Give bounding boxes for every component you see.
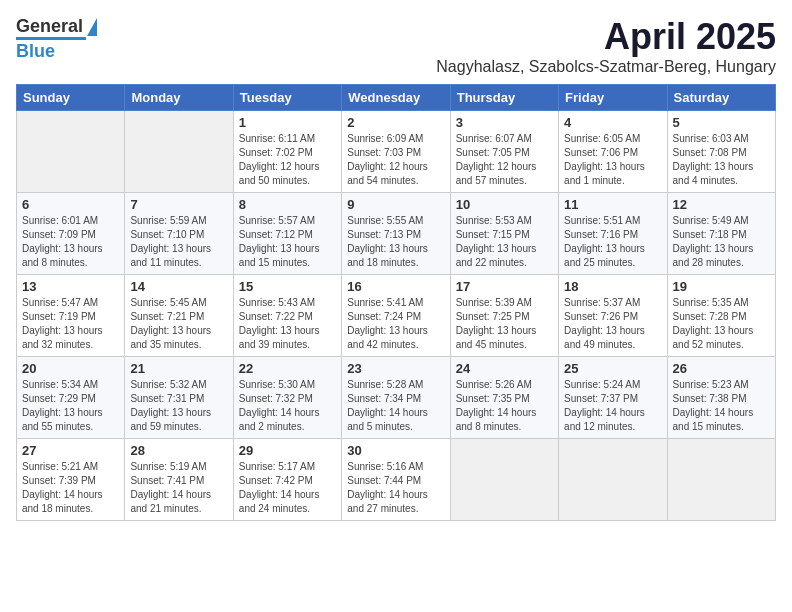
day-info: Sunrise: 5:32 AMSunset: 7:31 PMDaylight:… <box>130 378 227 434</box>
day-info: Sunrise: 6:01 AMSunset: 7:09 PMDaylight:… <box>22 214 119 270</box>
logo-text-blue: Blue <box>16 41 55 62</box>
logo-triangle-icon <box>87 18 97 36</box>
table-row <box>17 111 125 193</box>
header-wednesday: Wednesday <box>342 85 450 111</box>
day-info: Sunrise: 5:35 AMSunset: 7:28 PMDaylight:… <box>673 296 770 352</box>
calendar-table: Sunday Monday Tuesday Wednesday Thursday… <box>16 84 776 521</box>
day-number: 22 <box>239 361 336 376</box>
day-number: 5 <box>673 115 770 130</box>
calendar-week-row: 13Sunrise: 5:47 AMSunset: 7:19 PMDayligh… <box>17 275 776 357</box>
day-number: 12 <box>673 197 770 212</box>
table-row: 9Sunrise: 5:55 AMSunset: 7:13 PMDaylight… <box>342 193 450 275</box>
header-sunday: Sunday <box>17 85 125 111</box>
logo-text-general: General <box>16 16 83 37</box>
day-info: Sunrise: 5:23 AMSunset: 7:38 PMDaylight:… <box>673 378 770 434</box>
day-number: 10 <box>456 197 553 212</box>
table-row: 15Sunrise: 5:43 AMSunset: 7:22 PMDayligh… <box>233 275 341 357</box>
table-row: 13Sunrise: 5:47 AMSunset: 7:19 PMDayligh… <box>17 275 125 357</box>
header-thursday: Thursday <box>450 85 558 111</box>
day-number: 29 <box>239 443 336 458</box>
day-info: Sunrise: 6:03 AMSunset: 7:08 PMDaylight:… <box>673 132 770 188</box>
table-row: 16Sunrise: 5:41 AMSunset: 7:24 PMDayligh… <box>342 275 450 357</box>
table-row: 12Sunrise: 5:49 AMSunset: 7:18 PMDayligh… <box>667 193 775 275</box>
day-number: 28 <box>130 443 227 458</box>
day-number: 11 <box>564 197 661 212</box>
day-number: 8 <box>239 197 336 212</box>
day-number: 23 <box>347 361 444 376</box>
calendar-week-row: 27Sunrise: 5:21 AMSunset: 7:39 PMDayligh… <box>17 439 776 521</box>
day-info: Sunrise: 5:39 AMSunset: 7:25 PMDaylight:… <box>456 296 553 352</box>
day-info: Sunrise: 6:07 AMSunset: 7:05 PMDaylight:… <box>456 132 553 188</box>
day-number: 30 <box>347 443 444 458</box>
table-row: 7Sunrise: 5:59 AMSunset: 7:10 PMDaylight… <box>125 193 233 275</box>
day-number: 26 <box>673 361 770 376</box>
calendar-title: April 2025 <box>436 16 776 58</box>
day-info: Sunrise: 5:16 AMSunset: 7:44 PMDaylight:… <box>347 460 444 516</box>
day-info: Sunrise: 5:17 AMSunset: 7:42 PMDaylight:… <box>239 460 336 516</box>
day-number: 16 <box>347 279 444 294</box>
header-tuesday: Tuesday <box>233 85 341 111</box>
header-saturday: Saturday <box>667 85 775 111</box>
title-block: April 2025 Nagyhalasz, Szabolcs-Szatmar-… <box>436 16 776 76</box>
table-row <box>450 439 558 521</box>
table-row: 5Sunrise: 6:03 AMSunset: 7:08 PMDaylight… <box>667 111 775 193</box>
table-row: 29Sunrise: 5:17 AMSunset: 7:42 PMDayligh… <box>233 439 341 521</box>
day-info: Sunrise: 5:45 AMSunset: 7:21 PMDaylight:… <box>130 296 227 352</box>
day-info: Sunrise: 5:26 AMSunset: 7:35 PMDaylight:… <box>456 378 553 434</box>
day-info: Sunrise: 5:47 AMSunset: 7:19 PMDaylight:… <box>22 296 119 352</box>
day-number: 7 <box>130 197 227 212</box>
table-row <box>125 111 233 193</box>
table-row: 17Sunrise: 5:39 AMSunset: 7:25 PMDayligh… <box>450 275 558 357</box>
table-row: 8Sunrise: 5:57 AMSunset: 7:12 PMDaylight… <box>233 193 341 275</box>
day-info: Sunrise: 5:43 AMSunset: 7:22 PMDaylight:… <box>239 296 336 352</box>
table-row <box>559 439 667 521</box>
day-info: Sunrise: 5:49 AMSunset: 7:18 PMDaylight:… <box>673 214 770 270</box>
table-row: 19Sunrise: 5:35 AMSunset: 7:28 PMDayligh… <box>667 275 775 357</box>
day-number: 25 <box>564 361 661 376</box>
day-number: 21 <box>130 361 227 376</box>
day-number: 4 <box>564 115 661 130</box>
table-row: 30Sunrise: 5:16 AMSunset: 7:44 PMDayligh… <box>342 439 450 521</box>
day-info: Sunrise: 5:51 AMSunset: 7:16 PMDaylight:… <box>564 214 661 270</box>
day-info: Sunrise: 6:11 AMSunset: 7:02 PMDaylight:… <box>239 132 336 188</box>
table-row: 6Sunrise: 6:01 AMSunset: 7:09 PMDaylight… <box>17 193 125 275</box>
day-number: 6 <box>22 197 119 212</box>
day-number: 27 <box>22 443 119 458</box>
table-row: 20Sunrise: 5:34 AMSunset: 7:29 PMDayligh… <box>17 357 125 439</box>
page-header: General Blue April 2025 Nagyhalasz, Szab… <box>16 16 776 76</box>
day-number: 19 <box>673 279 770 294</box>
header-monday: Monday <box>125 85 233 111</box>
day-number: 15 <box>239 279 336 294</box>
table-row: 2Sunrise: 6:09 AMSunset: 7:03 PMDaylight… <box>342 111 450 193</box>
day-info: Sunrise: 5:24 AMSunset: 7:37 PMDaylight:… <box>564 378 661 434</box>
day-number: 18 <box>564 279 661 294</box>
table-row: 14Sunrise: 5:45 AMSunset: 7:21 PMDayligh… <box>125 275 233 357</box>
day-info: Sunrise: 5:30 AMSunset: 7:32 PMDaylight:… <box>239 378 336 434</box>
calendar-week-row: 20Sunrise: 5:34 AMSunset: 7:29 PMDayligh… <box>17 357 776 439</box>
day-number: 13 <box>22 279 119 294</box>
table-row: 21Sunrise: 5:32 AMSunset: 7:31 PMDayligh… <box>125 357 233 439</box>
day-info: Sunrise: 5:28 AMSunset: 7:34 PMDaylight:… <box>347 378 444 434</box>
calendar-header-row: Sunday Monday Tuesday Wednesday Thursday… <box>17 85 776 111</box>
table-row: 10Sunrise: 5:53 AMSunset: 7:15 PMDayligh… <box>450 193 558 275</box>
day-info: Sunrise: 5:59 AMSunset: 7:10 PMDaylight:… <box>130 214 227 270</box>
table-row: 24Sunrise: 5:26 AMSunset: 7:35 PMDayligh… <box>450 357 558 439</box>
day-info: Sunrise: 6:09 AMSunset: 7:03 PMDaylight:… <box>347 132 444 188</box>
day-number: 24 <box>456 361 553 376</box>
day-number: 2 <box>347 115 444 130</box>
logo: General Blue <box>16 16 97 62</box>
day-info: Sunrise: 5:21 AMSunset: 7:39 PMDaylight:… <box>22 460 119 516</box>
table-row: 1Sunrise: 6:11 AMSunset: 7:02 PMDaylight… <box>233 111 341 193</box>
table-row: 27Sunrise: 5:21 AMSunset: 7:39 PMDayligh… <box>17 439 125 521</box>
table-row: 18Sunrise: 5:37 AMSunset: 7:26 PMDayligh… <box>559 275 667 357</box>
day-info: Sunrise: 5:57 AMSunset: 7:12 PMDaylight:… <box>239 214 336 270</box>
day-number: 17 <box>456 279 553 294</box>
day-info: Sunrise: 5:41 AMSunset: 7:24 PMDaylight:… <box>347 296 444 352</box>
day-info: Sunrise: 5:55 AMSunset: 7:13 PMDaylight:… <box>347 214 444 270</box>
table-row: 22Sunrise: 5:30 AMSunset: 7:32 PMDayligh… <box>233 357 341 439</box>
day-number: 14 <box>130 279 227 294</box>
table-row: 3Sunrise: 6:07 AMSunset: 7:05 PMDaylight… <box>450 111 558 193</box>
day-info: Sunrise: 5:19 AMSunset: 7:41 PMDaylight:… <box>130 460 227 516</box>
day-number: 1 <box>239 115 336 130</box>
table-row <box>667 439 775 521</box>
